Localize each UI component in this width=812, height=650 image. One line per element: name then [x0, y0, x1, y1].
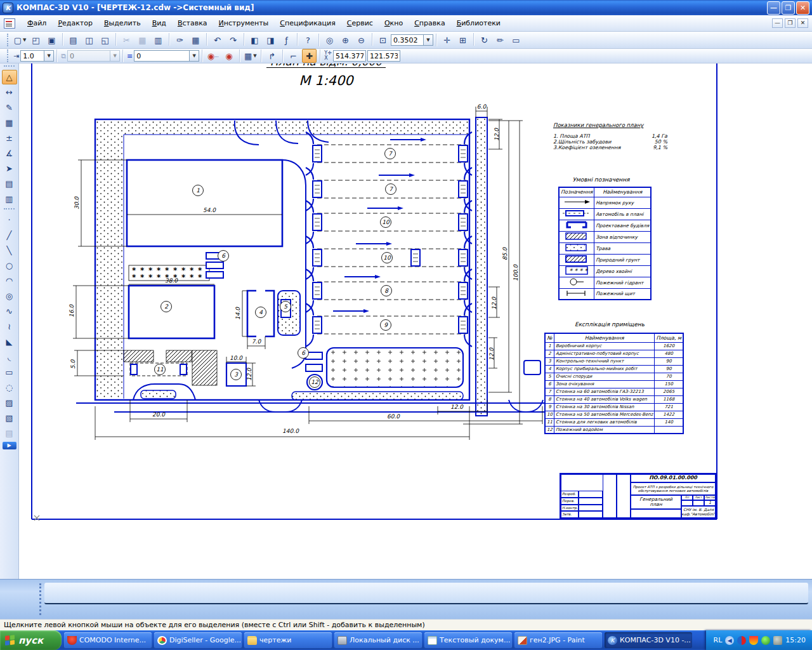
- point-tool-button[interactable]: ·: [2, 213, 17, 227]
- taskbar-task-comodo[interactable]: COMODO Interne...: [64, 632, 152, 648]
- editing-tool-button[interactable]: ▦: [2, 116, 17, 130]
- segment-tool-button[interactable]: ╲: [2, 243, 17, 258]
- contour-tool-button[interactable]: ◌: [2, 380, 17, 395]
- drawing-canvas[interactable]: План на відм. 0,000 М 1:400: [19, 63, 812, 579]
- coord-x-input[interactable]: [333, 50, 366, 62]
- undo-button[interactable]: ↶: [210, 33, 225, 47]
- helper-line-tool-button[interactable]: ╱: [2, 228, 17, 242]
- toolbar-grip2[interactable]: [7, 50, 10, 62]
- chamfer-tool-button[interactable]: ◣: [2, 335, 17, 349]
- measure-tool-button[interactable]: ∡: [2, 146, 17, 161]
- parametrization-tool-button[interactable]: ±: [2, 131, 17, 145]
- page-setup-button[interactable]: ◱: [98, 33, 112, 47]
- print-button[interactable]: ▤: [66, 33, 81, 47]
- spline-tool-button[interactable]: ∿: [2, 304, 17, 319]
- tray-volume-icon[interactable]: [773, 636, 782, 645]
- close-button[interactable]: ✕: [796, 1, 809, 15]
- menu-item-4[interactable]: Вставка: [172, 17, 213, 30]
- menu-item-7[interactable]: Сервис: [341, 17, 379, 30]
- toolbar-grip[interactable]: [7, 34, 10, 46]
- menu-item-8[interactable]: Окно: [379, 17, 409, 30]
- help-object-button[interactable]: ?: [301, 33, 315, 47]
- panel-grip2[interactable]: [4, 208, 15, 212]
- taskbar-task-paint[interactable]: ген2.JPG - Paint: [514, 632, 602, 648]
- zoom-scale-input[interactable]: [391, 34, 424, 46]
- rectangle-tool-button[interactable]: ▭: [2, 365, 17, 380]
- taskbar-task-folder[interactable]: чертежи: [244, 632, 332, 648]
- menu-item-2[interactable]: Выделить: [98, 17, 147, 30]
- taskbar-task-chrome[interactable]: DigiSeller - Google...: [154, 632, 242, 648]
- zoom-scale-dropdown[interactable]: ▼: [424, 34, 433, 46]
- menu-item-5[interactable]: Инструменты: [213, 17, 275, 30]
- pan-button[interactable]: ✛: [440, 33, 454, 47]
- restore-button[interactable]: ❐: [782, 1, 795, 15]
- step-dropdown[interactable]: ▼: [44, 50, 54, 62]
- taskbar-task-drive[interactable]: Локальный диск ...: [334, 632, 422, 648]
- arc-tool-button[interactable]: ◠: [2, 274, 17, 288]
- layer-input[interactable]: [134, 50, 190, 62]
- language-indicator[interactable]: RL: [714, 636, 723, 644]
- variables-button[interactable]: ƒ: [279, 33, 294, 47]
- step-input[interactable]: [20, 50, 44, 62]
- point-snap-button[interactable]: ✚: [302, 49, 317, 63]
- property-bar-grip[interactable]: [39, 583, 41, 615]
- rebuild-button[interactable]: ↻: [477, 33, 492, 47]
- reports-tool-button[interactable]: ▥: [2, 192, 17, 206]
- object-properties-button[interactable]: ▦: [188, 33, 203, 47]
- fillet-tool-button[interactable]: ◟: [2, 350, 17, 364]
- library-manager-button[interactable]: ◨: [263, 33, 278, 47]
- specification-tool-button[interactable]: ▤: [2, 176, 17, 191]
- panel-grip[interactable]: [4, 65, 15, 69]
- zoom-fit-button[interactable]: ⊞: [455, 33, 470, 47]
- hatch-tool-button[interactable]: ▧: [2, 411, 17, 425]
- paste-button[interactable]: ▥: [151, 33, 166, 47]
- tray-torrent-icon[interactable]: [761, 636, 770, 645]
- local-axes-button[interactable]: ↱: [265, 49, 279, 63]
- edit-document-button[interactable]: ✏: [493, 33, 508, 47]
- document-icon[interactable]: [4, 18, 15, 29]
- grid-button[interactable]: ▦▼: [243, 49, 258, 63]
- menu-item-0[interactable]: Файл: [22, 17, 52, 30]
- print-preview-button[interactable]: ◫: [82, 33, 96, 47]
- coord-y-input[interactable]: [367, 50, 400, 62]
- ortho-button[interactable]: ⌐: [286, 49, 301, 63]
- tray-antivirus-icon[interactable]: [749, 636, 758, 645]
- doc-restore-button[interactable]: ❐: [785, 18, 796, 28]
- start-button[interactable]: пуск: [0, 630, 62, 650]
- zoom-select-button[interactable]: ◎: [322, 33, 337, 47]
- tray-chevron-icon[interactable]: ◀: [725, 636, 734, 645]
- designations-tool-button[interactable]: ✎: [2, 100, 17, 115]
- snap-global-button[interactable]: ◉...: [206, 49, 220, 63]
- doc-minimize-button[interactable]: —: [772, 18, 783, 28]
- layer-dropdown[interactable]: ▼: [190, 50, 199, 62]
- menu-item-3[interactable]: Вид: [147, 17, 172, 30]
- doc-close-button[interactable]: ✕: [797, 18, 808, 28]
- selection-tool-button[interactable]: ➤: [2, 161, 17, 176]
- new-document-button[interactable]: ▢▼: [13, 33, 27, 47]
- window-panels-button[interactable]: ◧: [247, 33, 262, 47]
- zoom-in-button[interactable]: ⊕: [338, 33, 353, 47]
- panel-scroll-arrow[interactable]: ▶: [3, 442, 16, 449]
- menu-item-6[interactable]: Спецификация: [274, 17, 341, 30]
- menu-item-1[interactable]: Редактор: [52, 17, 98, 30]
- gray-tool-button[interactable]: ▤: [2, 426, 17, 441]
- taskbar-task-notepad[interactable]: Текстовый докум...: [424, 632, 512, 648]
- open-document-button[interactable]: ◰: [29, 33, 43, 47]
- geometry-tool-button[interactable]: △: [2, 70, 17, 84]
- redo-button[interactable]: ↷: [226, 33, 240, 47]
- refresh-image-button[interactable]: ▭: [509, 33, 523, 47]
- hatch-lines-tool-button[interactable]: ▨: [2, 395, 17, 410]
- tray-browser-icon[interactable]: [737, 636, 746, 645]
- snap-local-button[interactable]: ◉: [221, 49, 236, 63]
- circle-tool-button[interactable]: ○: [2, 258, 17, 273]
- menu-item-10[interactable]: Библиотеки: [451, 17, 506, 30]
- taskbar-task-kompas[interactable]: KКОМПАС-3D V10 -...: [605, 632, 692, 648]
- ellipse-tool-button[interactable]: ◎: [2, 289, 17, 303]
- zoom-rect-button[interactable]: ⊡: [376, 33, 390, 47]
- menu-item-9[interactable]: Справка: [409, 17, 450, 30]
- property-bar-field[interactable]: [44, 583, 808, 604]
- copy-properties-button[interactable]: ✑: [173, 33, 187, 47]
- save-document-button[interactable]: ▣: [44, 33, 59, 47]
- minimize-button[interactable]: —: [767, 1, 780, 15]
- dimensions-tool-button[interactable]: ↔: [2, 85, 17, 100]
